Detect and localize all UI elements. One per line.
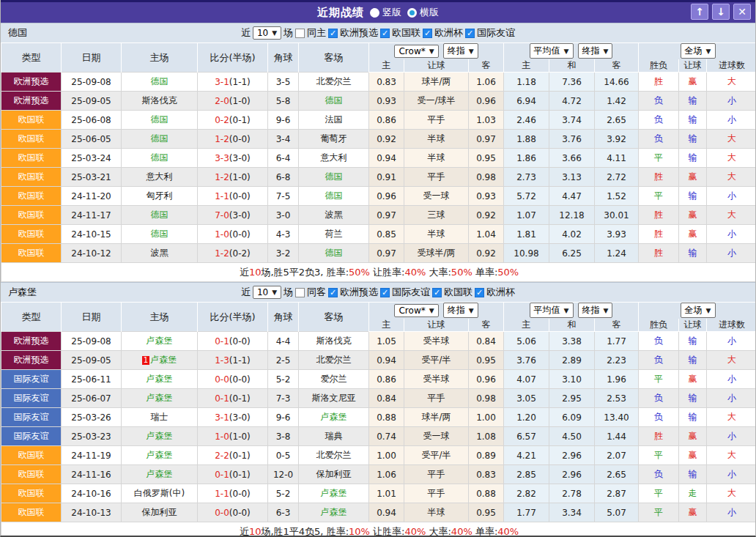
half-time-score: (0-1)	[229, 393, 251, 404]
league-checkbox[interactable]: ✓	[380, 288, 390, 297]
odds-time-select[interactable]: 终指▼	[443, 43, 478, 59]
away-team-name: 斯洛文尼亚	[312, 393, 356, 403]
summary-segment: 大率:	[426, 526, 451, 537]
cell-europe-odds: 6.57	[504, 427, 549, 446]
cell-europe-odds: 2.07	[595, 446, 639, 465]
column-header: 主场	[122, 303, 198, 332]
cell-handicap-odds: 0.86	[369, 370, 404, 389]
europe-time-select[interactable]: 终指▼	[578, 303, 613, 318]
cell-corners: 3-2	[268, 244, 299, 263]
cell-home-team: 德国	[122, 206, 198, 225]
europe-source-select[interactable]: 平均值▼	[530, 303, 574, 318]
league-checkbox[interactable]: ✓	[328, 288, 338, 297]
move-down-button[interactable]: ↓	[712, 4, 730, 20]
full-time-score: 3-1	[215, 412, 229, 423]
cell-away-team: 德国	[299, 168, 369, 187]
home-team-name: 卢森堡	[147, 374, 173, 384]
summary-segment: 大率:	[426, 267, 451, 278]
cell-result-wdl: 平	[639, 503, 679, 522]
cell-result-goals: 小	[707, 370, 756, 389]
layout-radio-horizontal[interactable]: 横版	[407, 6, 439, 19]
half-time-score: (3-0)	[229, 153, 251, 163]
league-type-badge: 欧国联	[1, 187, 62, 206]
full-time-score: 0-0	[215, 508, 229, 518]
cell-result-handicap: 输	[679, 244, 707, 263]
cell-handicap-odds: 1.04	[469, 225, 504, 244]
home-team-name: 波黑	[151, 248, 168, 258]
match-count-select[interactable]: 10▼	[253, 26, 281, 40]
away-team-name: 爱尔兰	[321, 374, 347, 384]
summary-segment: 40%	[451, 526, 472, 537]
half-time-score: (0-0)	[229, 489, 251, 499]
move-up-button[interactable]: ↑	[691, 4, 708, 20]
half-time-score: (0-1)	[229, 470, 251, 480]
match-count-select[interactable]: 10▼	[253, 286, 281, 299]
scope-select[interactable]: 全场▼	[681, 43, 716, 59]
cell-date: 24-10-13	[62, 503, 122, 522]
league-checkbox[interactable]: ✓	[432, 288, 442, 297]
cell-date: 24-11-19	[62, 446, 122, 465]
league-checkbox[interactable]: ✓	[475, 288, 484, 297]
league-checkbox[interactable]: ✓	[380, 29, 390, 38]
cell-result-goals: 大	[707, 130, 756, 149]
sub-column-header: 客	[469, 319, 504, 332]
league-type-badge: 欧国联	[1, 168, 62, 187]
table-row: 国际友谊25-03-23卢森堡1-0(1-0)3-8瑞典0.74受一球1.086…	[1, 427, 756, 446]
cell-score: 1-2(0-0)	[198, 130, 268, 149]
league-type-badge: 欧国联	[1, 244, 62, 263]
same-venue-checkbox[interactable]	[295, 288, 305, 297]
cell-home-team: 白俄罗斯(中)	[122, 484, 198, 503]
cell-away-team: 法国	[299, 111, 369, 130]
league-type-badge: 欧洲预选	[1, 351, 62, 370]
cell-europe-odds: 1.88	[504, 130, 549, 149]
league-type-badge: 欧国联	[1, 465, 62, 484]
odds-time-select[interactable]: 终指▼	[443, 303, 478, 318]
table-row: 欧国联25-06-08德国0-2(0-1)9-6法国0.86平手1.032.46…	[1, 111, 756, 130]
europe-time-select[interactable]: 终指▼	[578, 43, 613, 59]
league-checkbox[interactable]: ✓	[465, 29, 475, 38]
summary-segment: 让胜率:	[370, 526, 405, 537]
odds-source-select[interactable]: Crow*▼	[394, 304, 438, 317]
cell-handicap-odds: 0.95	[469, 351, 504, 370]
odds-source-select[interactable]: Crow*▼	[394, 45, 438, 58]
cell-away-team: 德国	[299, 244, 369, 263]
cell-corners: 5-8	[268, 92, 299, 111]
summary-row: 近10场,胜1平4负5, 胜率:10% 让胜率:40% 大率:40% 单率:40…	[1, 522, 756, 537]
scope-select[interactable]: 全场▼	[681, 303, 716, 318]
same-venue-checkbox[interactable]	[295, 29, 305, 38]
home-team-name: 卢森堡	[150, 355, 177, 365]
league-type-badge: 欧国联	[1, 503, 62, 522]
summary-segment: 单率:	[472, 526, 498, 537]
cell-result-goals: 大	[707, 149, 756, 168]
cell-date: 25-09-08	[62, 332, 122, 351]
league-checkbox[interactable]: ✓	[328, 29, 338, 38]
close-button[interactable]: ✕	[733, 4, 751, 20]
arrow-down-icon: ↓	[716, 6, 725, 18]
cell-europe-odds: 2.95	[549, 389, 595, 408]
league-label: 国际友谊	[392, 286, 430, 299]
cell-europe-odds: 6.25	[549, 244, 595, 263]
cell-result-wdl: 负	[639, 408, 679, 427]
cell-result-handicap: 输	[679, 351, 707, 370]
cell-score: 0-1(0-0)	[198, 332, 268, 351]
cell-handicap-odds: 1.00	[369, 446, 404, 465]
cell-corners: 3-8	[268, 427, 299, 446]
cell-score: 2-0(1-0)	[198, 92, 268, 111]
league-checkbox[interactable]: ✓	[423, 29, 432, 38]
layout-radio-vertical[interactable]: 竖版	[370, 6, 401, 19]
summary-text: 近10场,胜1平4负5, 胜率:10% 让胜率:40% 大率:40% 单率:40…	[1, 522, 756, 537]
half-time-score: (0-1)	[229, 451, 251, 461]
cell-result-goals: 小	[707, 503, 756, 522]
summary-segment: 10%	[349, 526, 370, 537]
cell-europe-odds: 1.44	[595, 427, 639, 446]
cell-europe-odds: 4.47	[549, 187, 595, 206]
half-time-score: (0-1)	[229, 115, 251, 125]
sub-column-header: 客	[595, 59, 639, 73]
full-time-score: 1-0	[215, 229, 229, 240]
europe-source-select[interactable]: 平均值▼	[530, 43, 574, 59]
cell-europe-odds: 1.86	[504, 149, 549, 168]
cell-corners: 5-2	[268, 484, 299, 503]
cell-result-handicap: 走	[679, 484, 707, 503]
cell-result-goals: 小	[707, 111, 756, 130]
cell-handicap-odds: 0.93	[369, 92, 404, 111]
